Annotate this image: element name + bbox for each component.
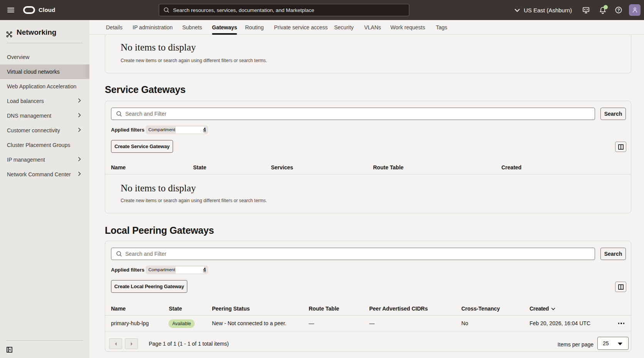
svg-text:?: ? [617,8,620,12]
